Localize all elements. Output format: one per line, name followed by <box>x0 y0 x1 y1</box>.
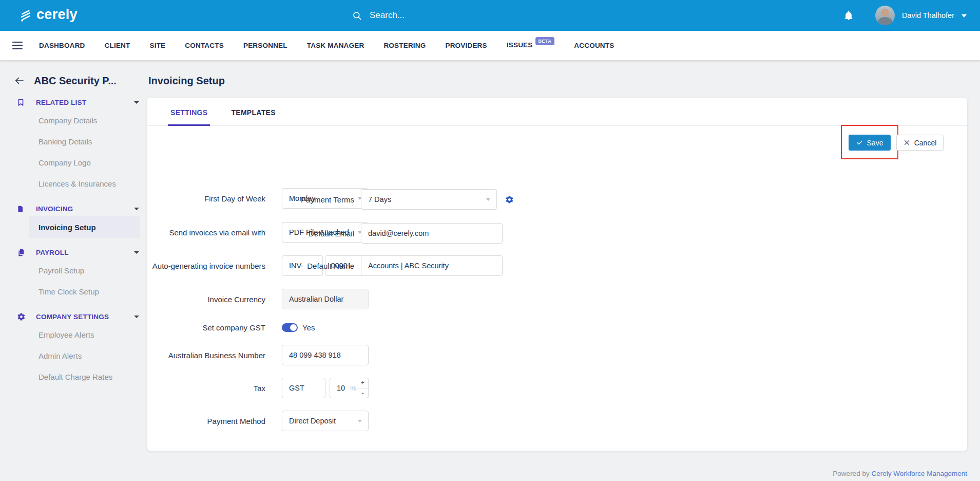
sidebar-item-invoicing-setup[interactable]: Invoicing Setup <box>29 216 140 238</box>
default-name-input[interactable]: Accounts | ABC Security <box>361 255 503 276</box>
chevron-down-icon[interactable] <box>134 101 139 104</box>
user-avatar[interactable] <box>875 6 895 25</box>
sidebar-item-time-clock-setup[interactable]: Time Clock Setup <box>0 281 147 302</box>
notifications-bell-icon[interactable] <box>843 10 854 21</box>
sidebar-item-payroll-setup[interactable]: Payroll Setup <box>0 260 147 281</box>
nav-items: DASHBOARD CLIENT SITE CONTACTS PERSONNEL… <box>39 41 614 50</box>
sidebar-item-company-details[interactable]: Company Details <box>0 110 147 131</box>
tab-templates[interactable]: TEMPLATES <box>228 108 278 126</box>
global-search <box>352 0 488 31</box>
invoicing-setup-card: SETTINGS TEMPLATES Save Cancel First Day… <box>147 98 967 451</box>
documents-icon <box>17 248 25 257</box>
row-tax: Tax GST 10 % + - <box>147 378 369 398</box>
footer: Powered by Cerely Workforce Management <box>833 470 967 477</box>
payment-method-select[interactable]: Direct Deposit <box>282 411 369 431</box>
main-content: Invoicing Setup SETTINGS TEMPLATES Save … <box>147 60 980 481</box>
payment-terms-gear-icon[interactable] <box>505 195 514 204</box>
chevron-down-icon[interactable] <box>134 316 139 318</box>
sidebar: ABC Security P... RELATED LIST Company D… <box>0 60 147 481</box>
nav-item-client[interactable]: CLIENT <box>105 42 130 49</box>
sidebar-section-payroll: PAYROLL Payroll Setup Time Clock Setup <box>0 247 147 302</box>
default-email-input[interactable]: david@cerely.com <box>361 223 503 244</box>
sidebar-section-invoicing: INVOICING Invoicing Setup <box>0 203 147 238</box>
nav-item-issues[interactable]: ISSUESBETA <box>507 41 555 50</box>
nav-item-task-manager[interactable]: TASK MANAGER <box>307 42 364 49</box>
sidebar-item-default-charge-rates[interactable]: Default Charge Rates <box>0 366 147 387</box>
gear-icon <box>17 312 25 321</box>
chevron-down-icon[interactable] <box>134 251 139 254</box>
tab-settings[interactable]: SETTINGS <box>168 108 210 126</box>
row-invoice-currency: Invoice Currency Australian Dollar <box>147 289 369 309</box>
sidebar-section-related-list: RELATED LIST Company Details Banking Det… <box>0 97 147 194</box>
sidebar-item-employee-alerts[interactable]: Employee Alerts <box>0 324 147 345</box>
sidebar-header-company-settings[interactable]: COMPANY SETTINGS <box>0 311 147 322</box>
nav-item-accounts[interactable]: ACCOUNTS <box>574 42 614 49</box>
sidebar-item-admin-alerts[interactable]: Admin Alerts <box>0 345 147 366</box>
brand-logo[interactable]: cerely <box>18 8 78 24</box>
document-icon <box>17 205 25 213</box>
menu-hamburger-icon[interactable] <box>12 40 23 52</box>
abn-input[interactable]: 48 099 438 918 <box>282 345 369 365</box>
user-menu-caret-icon[interactable] <box>962 14 967 17</box>
check-icon <box>856 139 863 146</box>
footer-brand-link[interactable]: Cerely Workforce Management <box>871 470 967 477</box>
nav-item-site[interactable]: SITE <box>150 42 166 49</box>
search-input[interactable] <box>370 10 488 21</box>
tax-rate-input[interactable]: 10 % + - <box>330 378 369 398</box>
beta-badge: BETA <box>535 37 555 45</box>
cerely-logo-icon <box>18 9 32 23</box>
company-title: ABC Security P... <box>34 75 117 87</box>
row-company-gst: Set company GST Yes <box>147 317 315 338</box>
sidebar-item-banking-details[interactable]: Banking Details <box>0 131 147 152</box>
bookmark-icon <box>17 98 25 107</box>
sidebar-header-related-list[interactable]: RELATED LIST <box>0 97 147 107</box>
user-name[interactable]: David Thalhofer <box>902 11 954 20</box>
row-abn: Australian Business Number 48 099 438 91… <box>147 345 369 365</box>
stepper-down-button[interactable]: - <box>357 388 368 398</box>
tax-name-input[interactable]: GST <box>282 378 325 398</box>
nav-item-contacts[interactable]: CONTACTS <box>185 42 224 49</box>
payment-terms-select[interactable]: 7 Days <box>361 189 497 210</box>
sidebar-header-invoicing[interactable]: INVOICING <box>0 203 147 214</box>
tabs: SETTINGS TEMPLATES <box>147 98 967 126</box>
brand-name: cerely <box>36 8 78 24</box>
nav-item-rostering[interactable]: ROSTERING <box>383 42 426 49</box>
gst-toggle-label: Yes <box>302 323 315 332</box>
number-stepper: + - <box>357 378 368 398</box>
row-default-name: Default Name Accounts | ABC Security <box>147 255 503 276</box>
sidebar-back-row: ABC Security P... <box>13 73 147 88</box>
row-default-email: Default Email david@cerely.com <box>147 223 503 244</box>
gst-toggle[interactable] <box>282 323 298 332</box>
select-caret-icon <box>486 198 490 201</box>
search-icon <box>352 11 362 21</box>
sidebar-item-company-logo[interactable]: Company Logo <box>0 152 147 173</box>
sidebar-header-payroll[interactable]: PAYROLL <box>0 247 147 257</box>
sidebar-section-company-settings: COMPANY SETTINGS Employee Alerts Admin A… <box>0 311 147 387</box>
page-title: Invoicing Setup <box>148 73 980 88</box>
nav-item-dashboard[interactable]: DASHBOARD <box>39 42 85 49</box>
save-button[interactable]: Save <box>849 135 891 151</box>
sidebar-item-licences-insurances[interactable]: Licences & Insurances <box>0 173 147 194</box>
invoice-currency-input: Australian Dollar <box>282 289 369 309</box>
stepper-up-button[interactable]: + <box>357 378 368 388</box>
back-arrow-icon[interactable] <box>13 76 25 86</box>
main-navbar: DASHBOARD CLIENT SITE CONTACTS PERSONNEL… <box>0 31 980 60</box>
nav-item-providers[interactable]: PROVIDERS <box>445 42 487 49</box>
topbar-right: David Thalhofer <box>843 0 980 31</box>
row-payment-terms: Payment Terms 7 Days <box>147 189 514 210</box>
topbar: cerely David Thalhofer <box>0 0 980 31</box>
select-caret-icon <box>358 420 362 422</box>
nav-item-personnel[interactable]: PERSONNEL <box>243 42 287 49</box>
cancel-button[interactable]: Cancel <box>896 135 944 151</box>
row-payment-method: Payment Method Direct Deposit <box>147 411 369 431</box>
chevron-down-icon[interactable] <box>134 208 139 210</box>
percent-unit: % <box>350 384 357 392</box>
powered-by-text: Powered by <box>833 470 869 477</box>
close-icon <box>904 139 910 146</box>
